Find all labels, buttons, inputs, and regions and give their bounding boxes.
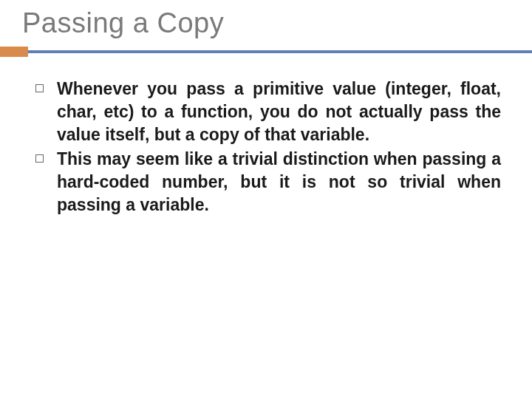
bullet-text: This may seem like a trivial distinction…: [57, 148, 501, 216]
list-item: This may seem like a trivial distinction…: [35, 148, 501, 216]
divider-line: [28, 50, 532, 53]
slide: Passing a Copy Whenever you pass a primi…: [0, 0, 532, 399]
divider: [0, 47, 532, 57]
accent-block: [0, 47, 28, 57]
bullet-icon: [35, 84, 44, 92]
bullet-icon: [35, 154, 44, 163]
bullet-text: Whenever you pass a primitive value (int…: [57, 78, 501, 146]
content-area: Whenever you pass a primitive value (int…: [0, 57, 532, 216]
list-item: Whenever you pass a primitive value (int…: [35, 78, 501, 146]
title-area: Passing a Copy: [0, 0, 532, 39]
slide-title: Passing a Copy: [22, 7, 532, 39]
